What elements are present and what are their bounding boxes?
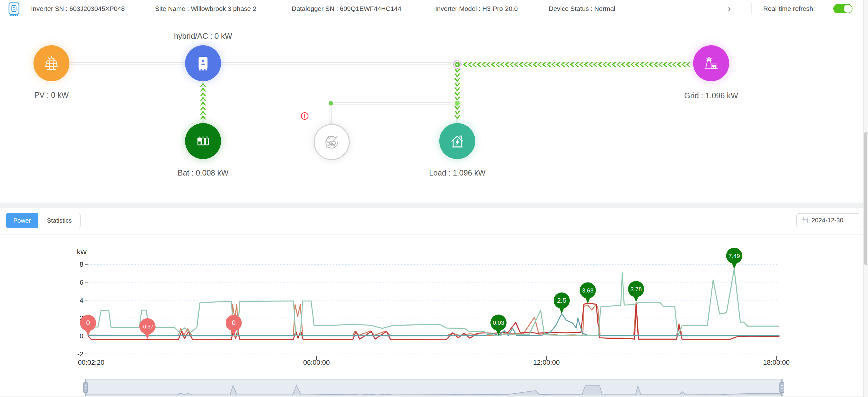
- svg-text:0: 0: [80, 332, 83, 340]
- flow-node-battery: [185, 123, 221, 159]
- load-junction-dot: [455, 100, 460, 106]
- marker-pin-7.49: 7.49: [726, 248, 742, 269]
- load-power-label: Load : 1.096 kW: [429, 169, 486, 177]
- svg-text:0.03: 0.03: [493, 319, 504, 326]
- ev-junction-dot: [328, 101, 333, 106]
- svg-text:-0.37: -0.37: [142, 324, 153, 330]
- toggle-knob: [844, 5, 852, 13]
- ev-charger-disabled-icon: [321, 132, 342, 152]
- marker-pin-3.78: 3.78: [628, 281, 644, 302]
- hybrid-ac-power-label: hybrid/AC : 0 kW: [174, 32, 232, 41]
- svg-text:00:02:20: 00:02:20: [78, 359, 104, 366]
- header: Inverter SN : 603J203045XP048 Site Name …: [0, 0, 868, 18]
- tab-statistics[interactable]: Statistics: [38, 213, 80, 228]
- calendar-icon: [801, 216, 808, 224]
- flow-node-ev-charger: [314, 124, 350, 160]
- header-datalogger-sn: Datalogger SN : 609Q1EWF44HC144: [292, 5, 401, 12]
- page-scrollbar-track[interactable]: [863, 0, 868, 397]
- header-expand-chevron-icon[interactable]: ›: [728, 3, 731, 13]
- realtime-refresh-toggle[interactable]: [833, 4, 852, 13]
- svg-text:3.78: 3.78: [630, 286, 642, 293]
- house-load-icon: [447, 131, 467, 151]
- power-chart[interactable]: 86420-2kW00:02:2006:00:0012:00:0018:00:0…: [77, 248, 789, 366]
- header-divider: [751, 3, 752, 14]
- page-scrollbar-thumb[interactable]: [864, 132, 867, 265]
- svg-text:8: 8: [80, 261, 83, 268]
- series-grid: [88, 302, 779, 336]
- flow-node-grid: [693, 45, 729, 81]
- svg-text:6: 6: [80, 278, 83, 286]
- header-site-name: Site Name : Willowbrook 3 phase 2: [155, 5, 256, 12]
- tab-power[interactable]: Power: [6, 213, 38, 228]
- svg-text:0: 0: [86, 319, 90, 327]
- tabs-divider: [0, 235, 868, 235]
- header-device-status: Device Status : Normal: [549, 5, 615, 12]
- date-value: 2024-12-30: [812, 217, 843, 224]
- ev-warning-icon: [301, 113, 308, 119]
- power-flow-and-chart-canvas[interactable]: 86420-2kW00:02:2006:00:0012:00:0018:00:0…: [0, 0, 868, 397]
- date-picker[interactable]: 2024-12-30: [796, 213, 860, 227]
- realtime-refresh-label: Real-time refresh:: [763, 5, 815, 12]
- marker-pin-2.5: 2.5: [554, 293, 570, 313]
- svg-text:3.63: 3.63: [582, 287, 594, 294]
- flow-links: [69, 60, 693, 123]
- battery-power-label: Bat : 0.008 kW: [178, 169, 228, 177]
- svg-text:2.5: 2.5: [557, 297, 567, 304]
- chart-tabs: Power Statistics: [6, 213, 81, 228]
- chart-zoom-brush[interactable]: [83, 379, 784, 396]
- grid-power-label: Grid : 1.096 kW: [684, 91, 738, 100]
- flow-node-load: [439, 123, 475, 159]
- header-inverter-sn: Inverter SN : 603J203045XP048: [31, 5, 125, 12]
- grid-tower-icon: [702, 54, 721, 73]
- flow-node-inverter: [185, 45, 221, 81]
- inverter-icon: [193, 54, 213, 73]
- svg-text:4: 4: [80, 297, 83, 304]
- marker-pin-0: 0: [226, 315, 242, 336]
- svg-text:kW: kW: [77, 248, 87, 256]
- series-load: [88, 269, 779, 336]
- svg-text:-2: -2: [77, 350, 83, 358]
- battery-icon: [193, 131, 213, 151]
- pv-power-label: PV : 0 kW: [34, 91, 68, 99]
- solar-panel-icon: [42, 54, 61, 73]
- svg-text:0: 0: [232, 319, 236, 327]
- header-inverter-model: Inverter Model : H3-Pro-20.0: [435, 5, 518, 12]
- inverter-logo-icon: [7, 2, 22, 17]
- svg-text:7.49: 7.49: [728, 253, 740, 259]
- flow-node-pv: [33, 45, 69, 81]
- section-divider: [0, 203, 868, 208]
